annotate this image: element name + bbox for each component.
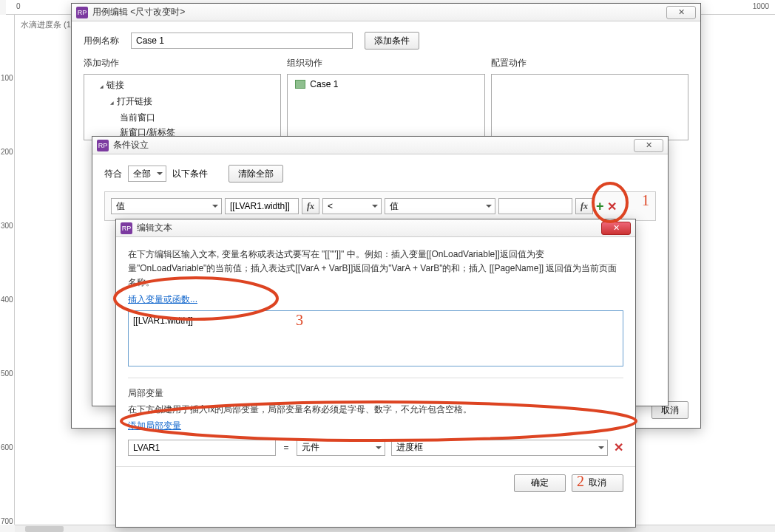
organize-action-header: 组织动作 <box>287 57 484 69</box>
var-target-select[interactable]: 进度框 <box>391 440 608 456</box>
annotation-number-3: 3 <box>296 312 303 329</box>
ruler-tick: 1000 <box>753 2 769 10</box>
case-node[interactable]: Case 1 <box>292 78 479 91</box>
configure-panel[interactable] <box>491 74 688 140</box>
ruler-tick: 700 <box>1 517 13 525</box>
local-var-row: = 元件 进度框 ✕ <box>128 440 623 456</box>
ruler-tick: 300 <box>1 222 13 230</box>
ruler-tick: 0 <box>16 2 21 10</box>
remove-row-icon[interactable]: ✕ <box>607 200 617 214</box>
ruler-vertical: 100 200 300 400 500 600 700 <box>0 15 15 525</box>
var-name-input[interactable] <box>128 440 276 456</box>
dialog-title: 用例编辑 <尺寸改变时> <box>92 6 666 18</box>
local-vars-help: 在下方创建用于插入fx的局部变量，局部变量名称必须是字母、数字，不允许包含空格。 <box>128 403 623 417</box>
action-tree[interactable]: 链接 打开链接 当前窗口 新窗口/新标签 <box>84 74 281 140</box>
insert-var-link[interactable]: 插入变量或函数... <box>128 294 197 304</box>
add-action-header: 添加动作 <box>84 57 281 69</box>
expression-textarea[interactable] <box>128 310 623 366</box>
fx-button-left[interactable]: fx <box>302 198 319 214</box>
titlebar[interactable]: RP 用例编辑 <尺寸改变时> ✕ <box>72 4 700 21</box>
canvas-shape-label: 水滴进度条 (1) <box>21 19 74 30</box>
dialog-title: 条件设立 <box>113 139 634 151</box>
tree-node-links[interactable]: 链接 <box>89 78 276 94</box>
match-all-select[interactable]: 全部 <box>128 166 166 182</box>
configure-action-header: 配置动作 <box>491 57 688 69</box>
rp-icon: RP <box>76 7 88 18</box>
clear-all-button[interactable]: 清除全部 <box>229 165 283 183</box>
remove-var-icon[interactable]: ✕ <box>614 440 623 454</box>
condition-row: 值 fx < 值 fx + ✕ <box>104 191 656 221</box>
left-type-select[interactable]: 值 <box>111 198 222 214</box>
case-icon <box>295 80 305 89</box>
match-label: 符合 <box>104 168 122 180</box>
scrollbar-thumb[interactable] <box>25 526 64 532</box>
help-text: 在下方编辑区输入文本, 变量名称或表达式要写在 "[[""]]" 中。例如：插入… <box>128 248 623 290</box>
annotation-number-1: 1 <box>642 192 649 209</box>
case-name-label: 用例名称 <box>84 35 131 47</box>
ruler-tick: 500 <box>1 369 13 378</box>
ruler-tick: 600 <box>1 443 13 451</box>
ruler-tick: 200 <box>1 148 13 156</box>
fx-button-right[interactable]: fx <box>575 198 593 214</box>
case-list[interactable]: Case 1 <box>287 74 484 140</box>
ruler-tick: 100 <box>1 74 13 82</box>
ok-button[interactable]: 确定 <box>514 474 566 492</box>
add-local-var-link[interactable]: 添加局部变量 <box>128 420 181 431</box>
case-name-input[interactable] <box>131 33 353 49</box>
close-button[interactable]: ✕ <box>666 6 696 19</box>
equals-label: = <box>282 443 291 453</box>
rp-icon: RP <box>121 222 132 234</box>
tree-node-current-window[interactable]: 当前窗口 <box>89 110 276 125</box>
add-row-icon[interactable]: + <box>596 199 604 214</box>
close-button[interactable]: ✕ <box>601 222 631 235</box>
annotation-number-2: 2 <box>577 473 584 490</box>
titlebar[interactable]: RP 条件设立 ✕ <box>92 137 668 154</box>
ruler-tick: 400 <box>1 296 13 304</box>
left-value-input[interactable] <box>225 198 299 214</box>
var-type-select[interactable]: 元件 <box>297 440 385 456</box>
match-following-label: 以下条件 <box>172 168 208 180</box>
close-button[interactable]: ✕ <box>634 139 663 152</box>
right-value-input[interactable] <box>498 198 572 214</box>
right-type-select[interactable]: 值 <box>385 198 495 214</box>
add-condition-button[interactable]: 添加条件 <box>365 32 419 50</box>
case-node-label: Case 1 <box>310 79 338 89</box>
rp-icon: RP <box>97 140 109 151</box>
local-vars-title: 局部变量 <box>128 387 623 400</box>
titlebar[interactable]: RP 编辑文本 ✕ <box>116 219 635 237</box>
dialog-title: 编辑文本 <box>137 222 601 234</box>
dialog-edit-text: RP 编辑文本 ✕ 在下方编辑区输入文本, 变量名称或表达式要写在 "[[""]… <box>115 219 636 528</box>
operator-select[interactable]: < <box>322 198 382 214</box>
tree-node-open-link[interactable]: 打开链接 <box>89 94 276 110</box>
